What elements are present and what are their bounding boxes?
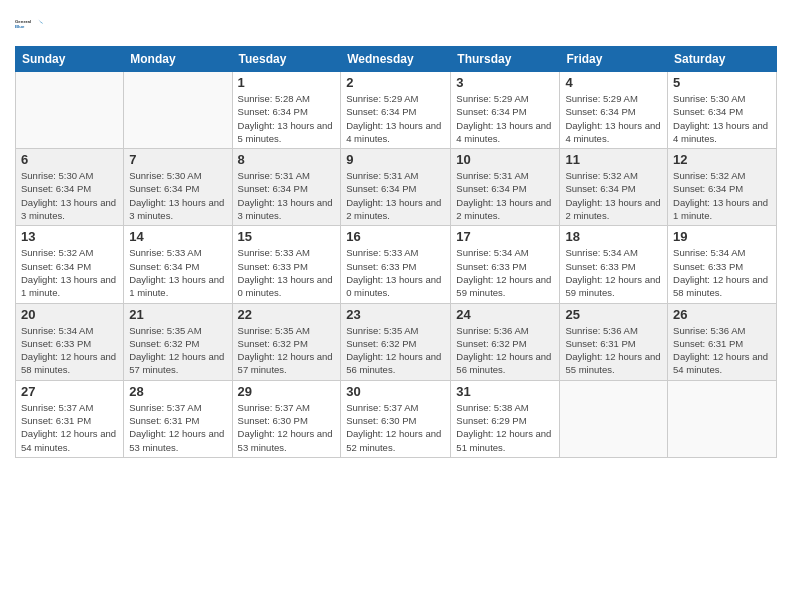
day-number: 16 — [346, 229, 445, 244]
day-info: Sunrise: 5:33 AM Sunset: 6:33 PM Dayligh… — [238, 246, 336, 299]
calendar-week-row: 20Sunrise: 5:34 AM Sunset: 6:33 PM Dayli… — [16, 303, 777, 380]
day-number: 12 — [673, 152, 771, 167]
calendar-cell: 11Sunrise: 5:32 AM Sunset: 6:34 PM Dayli… — [560, 149, 668, 226]
day-info: Sunrise: 5:30 AM Sunset: 6:34 PM Dayligh… — [21, 169, 118, 222]
col-header-sunday: Sunday — [16, 47, 124, 72]
day-info: Sunrise: 5:30 AM Sunset: 6:34 PM Dayligh… — [673, 92, 771, 145]
calendar-cell: 22Sunrise: 5:35 AM Sunset: 6:32 PM Dayli… — [232, 303, 341, 380]
day-info: Sunrise: 5:37 AM Sunset: 6:30 PM Dayligh… — [238, 401, 336, 454]
day-info: Sunrise: 5:37 AM Sunset: 6:30 PM Dayligh… — [346, 401, 445, 454]
day-info: Sunrise: 5:29 AM Sunset: 6:34 PM Dayligh… — [565, 92, 662, 145]
calendar-table: SundayMondayTuesdayWednesdayThursdayFrid… — [15, 46, 777, 458]
day-info: Sunrise: 5:29 AM Sunset: 6:34 PM Dayligh… — [456, 92, 554, 145]
day-number: 19 — [673, 229, 771, 244]
day-info: Sunrise: 5:29 AM Sunset: 6:34 PM Dayligh… — [346, 92, 445, 145]
calendar-week-row: 13Sunrise: 5:32 AM Sunset: 6:34 PM Dayli… — [16, 226, 777, 303]
calendar-header-row: SundayMondayTuesdayWednesdayThursdayFrid… — [16, 47, 777, 72]
day-info: Sunrise: 5:34 AM Sunset: 6:33 PM Dayligh… — [565, 246, 662, 299]
col-header-thursday: Thursday — [451, 47, 560, 72]
day-info: Sunrise: 5:35 AM Sunset: 6:32 PM Dayligh… — [238, 324, 336, 377]
calendar-cell: 4Sunrise: 5:29 AM Sunset: 6:34 PM Daylig… — [560, 72, 668, 149]
day-number: 9 — [346, 152, 445, 167]
calendar-cell: 19Sunrise: 5:34 AM Sunset: 6:33 PM Dayli… — [668, 226, 777, 303]
calendar-cell: 7Sunrise: 5:30 AM Sunset: 6:34 PM Daylig… — [124, 149, 232, 226]
col-header-tuesday: Tuesday — [232, 47, 341, 72]
day-number: 15 — [238, 229, 336, 244]
day-info: Sunrise: 5:31 AM Sunset: 6:34 PM Dayligh… — [346, 169, 445, 222]
day-info: Sunrise: 5:34 AM Sunset: 6:33 PM Dayligh… — [456, 246, 554, 299]
calendar-cell: 5Sunrise: 5:30 AM Sunset: 6:34 PM Daylig… — [668, 72, 777, 149]
col-header-wednesday: Wednesday — [341, 47, 451, 72]
day-number: 21 — [129, 307, 226, 322]
calendar-cell — [560, 380, 668, 457]
header: GeneralBlue — [15, 10, 777, 38]
day-info: Sunrise: 5:32 AM Sunset: 6:34 PM Dayligh… — [673, 169, 771, 222]
col-header-friday: Friday — [560, 47, 668, 72]
calendar-cell: 25Sunrise: 5:36 AM Sunset: 6:31 PM Dayli… — [560, 303, 668, 380]
calendar-cell: 10Sunrise: 5:31 AM Sunset: 6:34 PM Dayli… — [451, 149, 560, 226]
day-number: 30 — [346, 384, 445, 399]
day-info: Sunrise: 5:28 AM Sunset: 6:34 PM Dayligh… — [238, 92, 336, 145]
calendar-cell: 18Sunrise: 5:34 AM Sunset: 6:33 PM Dayli… — [560, 226, 668, 303]
day-number: 8 — [238, 152, 336, 167]
calendar-week-row: 27Sunrise: 5:37 AM Sunset: 6:31 PM Dayli… — [16, 380, 777, 457]
day-info: Sunrise: 5:37 AM Sunset: 6:31 PM Dayligh… — [129, 401, 226, 454]
calendar-cell — [668, 380, 777, 457]
calendar-cell — [16, 72, 124, 149]
day-number: 28 — [129, 384, 226, 399]
logo: GeneralBlue — [15, 10, 43, 38]
calendar-cell: 26Sunrise: 5:36 AM Sunset: 6:31 PM Dayli… — [668, 303, 777, 380]
day-number: 25 — [565, 307, 662, 322]
calendar-cell: 21Sunrise: 5:35 AM Sunset: 6:32 PM Dayli… — [124, 303, 232, 380]
col-header-monday: Monday — [124, 47, 232, 72]
calendar-cell: 6Sunrise: 5:30 AM Sunset: 6:34 PM Daylig… — [16, 149, 124, 226]
calendar-cell: 12Sunrise: 5:32 AM Sunset: 6:34 PM Dayli… — [668, 149, 777, 226]
day-number: 14 — [129, 229, 226, 244]
svg-text:General: General — [15, 19, 31, 24]
day-info: Sunrise: 5:33 AM Sunset: 6:34 PM Dayligh… — [129, 246, 226, 299]
calendar-cell: 28Sunrise: 5:37 AM Sunset: 6:31 PM Dayli… — [124, 380, 232, 457]
calendar-cell: 9Sunrise: 5:31 AM Sunset: 6:34 PM Daylig… — [341, 149, 451, 226]
day-info: Sunrise: 5:32 AM Sunset: 6:34 PM Dayligh… — [21, 246, 118, 299]
calendar-week-row: 6Sunrise: 5:30 AM Sunset: 6:34 PM Daylig… — [16, 149, 777, 226]
calendar-cell: 16Sunrise: 5:33 AM Sunset: 6:33 PM Dayli… — [341, 226, 451, 303]
day-number: 5 — [673, 75, 771, 90]
day-info: Sunrise: 5:32 AM Sunset: 6:34 PM Dayligh… — [565, 169, 662, 222]
calendar-cell: 23Sunrise: 5:35 AM Sunset: 6:32 PM Dayli… — [341, 303, 451, 380]
day-number: 13 — [21, 229, 118, 244]
day-number: 18 — [565, 229, 662, 244]
day-number: 11 — [565, 152, 662, 167]
calendar-cell: 29Sunrise: 5:37 AM Sunset: 6:30 PM Dayli… — [232, 380, 341, 457]
day-number: 27 — [21, 384, 118, 399]
calendar-cell — [124, 72, 232, 149]
day-number: 23 — [346, 307, 445, 322]
calendar-cell: 8Sunrise: 5:31 AM Sunset: 6:34 PM Daylig… — [232, 149, 341, 226]
calendar-cell: 15Sunrise: 5:33 AM Sunset: 6:33 PM Dayli… — [232, 226, 341, 303]
day-info: Sunrise: 5:30 AM Sunset: 6:34 PM Dayligh… — [129, 169, 226, 222]
day-number: 3 — [456, 75, 554, 90]
calendar-cell: 30Sunrise: 5:37 AM Sunset: 6:30 PM Dayli… — [341, 380, 451, 457]
col-header-saturday: Saturday — [668, 47, 777, 72]
day-number: 10 — [456, 152, 554, 167]
day-info: Sunrise: 5:35 AM Sunset: 6:32 PM Dayligh… — [346, 324, 445, 377]
day-number: 2 — [346, 75, 445, 90]
day-info: Sunrise: 5:31 AM Sunset: 6:34 PM Dayligh… — [456, 169, 554, 222]
day-info: Sunrise: 5:36 AM Sunset: 6:31 PM Dayligh… — [565, 324, 662, 377]
day-number: 26 — [673, 307, 771, 322]
logo-icon: GeneralBlue — [15, 10, 43, 38]
calendar-cell: 1Sunrise: 5:28 AM Sunset: 6:34 PM Daylig… — [232, 72, 341, 149]
day-info: Sunrise: 5:34 AM Sunset: 6:33 PM Dayligh… — [21, 324, 118, 377]
day-info: Sunrise: 5:38 AM Sunset: 6:29 PM Dayligh… — [456, 401, 554, 454]
svg-text:Blue: Blue — [15, 24, 25, 29]
svg-marker-3 — [40, 22, 43, 24]
calendar-cell: 14Sunrise: 5:33 AM Sunset: 6:34 PM Dayli… — [124, 226, 232, 303]
calendar-cell: 31Sunrise: 5:38 AM Sunset: 6:29 PM Dayli… — [451, 380, 560, 457]
day-info: Sunrise: 5:33 AM Sunset: 6:33 PM Dayligh… — [346, 246, 445, 299]
day-info: Sunrise: 5:34 AM Sunset: 6:33 PM Dayligh… — [673, 246, 771, 299]
calendar-cell: 2Sunrise: 5:29 AM Sunset: 6:34 PM Daylig… — [341, 72, 451, 149]
calendar-week-row: 1Sunrise: 5:28 AM Sunset: 6:34 PM Daylig… — [16, 72, 777, 149]
page: GeneralBlue SundayMondayTuesdayWednesday… — [0, 0, 792, 612]
day-number: 20 — [21, 307, 118, 322]
calendar-cell: 13Sunrise: 5:32 AM Sunset: 6:34 PM Dayli… — [16, 226, 124, 303]
day-number: 24 — [456, 307, 554, 322]
